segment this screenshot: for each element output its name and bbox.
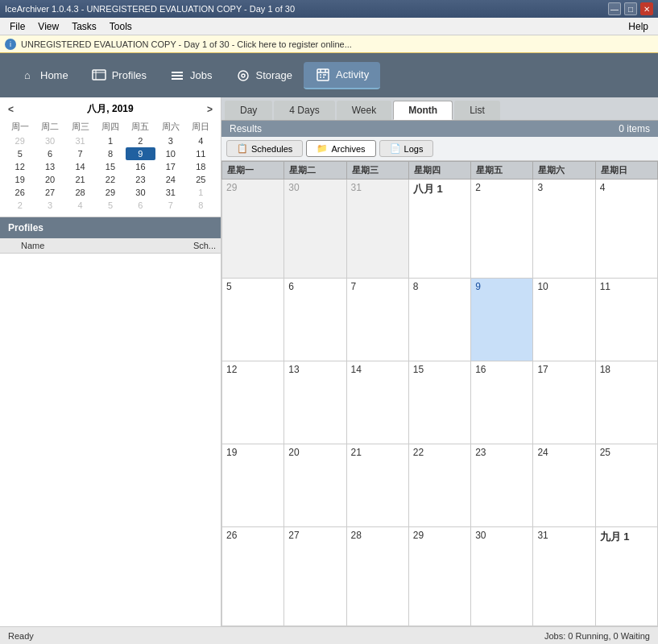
mini-cal-day[interactable]: 1 — [95, 134, 125, 147]
mini-cal-day[interactable]: 31 — [155, 186, 185, 199]
mini-cal-day[interactable]: 30 — [35, 134, 64, 147]
mini-cal-day[interactable]: 14 — [65, 160, 95, 173]
mini-cal-day[interactable]: 21 — [65, 173, 95, 186]
main-cal-day-cell[interactable]: 九月 1 — [595, 527, 657, 626]
main-cal-day-cell[interactable]: 4 — [595, 180, 657, 279]
subtab-schedules[interactable]: 📋 Schedules — [226, 140, 303, 157]
mini-cal-day[interactable]: 3 — [155, 134, 185, 147]
tab-month[interactable]: Month — [393, 101, 453, 120]
main-cal-day-cell[interactable]: 13 — [284, 361, 346, 444]
mini-cal-day[interactable]: 2 — [126, 134, 155, 147]
main-cal-day-cell[interactable]: 11 — [595, 278, 657, 361]
mini-cal-day[interactable]: 18 — [186, 160, 216, 173]
main-cal-day-cell[interactable]: 19 — [222, 444, 284, 527]
mini-cal-day[interactable]: 17 — [155, 160, 185, 173]
main-cal-day-cell[interactable]: 27 — [284, 527, 346, 626]
main-cal-day-cell[interactable]: 20 — [284, 444, 346, 527]
mini-cal-prev[interactable]: < — [5, 104, 17, 115]
mini-cal-day[interactable]: 22 — [95, 173, 125, 186]
mini-cal-day[interactable]: 27 — [35, 186, 64, 199]
main-cal-day-cell[interactable]: 26 — [222, 527, 284, 626]
mini-cal-day[interactable]: 4 — [65, 199, 95, 212]
help-button[interactable]: Help — [622, 19, 655, 34]
mini-cal-day[interactable]: 16 — [126, 160, 155, 173]
maximize-button[interactable]: □ — [624, 2, 637, 15]
mini-cal-day[interactable]: 29 — [95, 186, 125, 199]
menu-tools[interactable]: Tools — [103, 19, 139, 34]
nav-jobs[interactable]: Jobs — [158, 63, 223, 89]
mini-cal-day[interactable]: 7 — [155, 199, 185, 212]
main-cal-day-cell[interactable]: 18 — [595, 361, 657, 444]
main-cal-day-cell[interactable]: 八月 1 — [408, 180, 470, 279]
main-cal-day-cell[interactable]: 30 — [284, 180, 346, 279]
nav-home[interactable]: ⌂ Home — [8, 63, 80, 89]
main-cal-day-cell[interactable]: 17 — [533, 361, 595, 444]
main-cal-day-cell[interactable]: 16 — [471, 361, 533, 444]
main-cal-day-cell[interactable]: 30 — [471, 527, 533, 626]
menu-tasks[interactable]: Tasks — [65, 19, 103, 34]
main-cal-day-cell[interactable]: 29 — [408, 527, 470, 626]
mini-cal-day[interactable]: 11 — [186, 147, 216, 160]
mini-cal-day[interactable]: 5 — [5, 147, 35, 160]
main-cal-day-cell[interactable]: 2 — [471, 180, 533, 279]
main-cal-day-cell[interactable]: 14 — [346, 361, 408, 444]
menu-view[interactable]: View — [31, 19, 65, 34]
mini-cal-day[interactable]: 2 — [5, 199, 35, 212]
nav-storage[interactable]: Storage — [224, 63, 304, 89]
main-cal-day-cell[interactable]: 12 — [222, 361, 284, 444]
nav-profiles[interactable]: Profiles — [80, 63, 158, 89]
main-cal-day-cell[interactable]: 10 — [533, 278, 595, 361]
main-cal-day-cell[interactable]: 21 — [346, 444, 408, 527]
mini-cal-day[interactable]: 6 — [126, 199, 155, 212]
menu-file[interactable]: File — [3, 19, 31, 34]
mini-cal-day[interactable]: 26 — [5, 186, 35, 199]
mini-cal-day[interactable]: 6 — [35, 147, 64, 160]
main-cal-day-cell[interactable]: 15 — [408, 361, 470, 444]
mini-cal-day[interactable]: 31 — [65, 134, 95, 147]
mini-cal-day[interactable]: 29 — [5, 134, 35, 147]
mini-cal-day[interactable]: 1 — [186, 186, 216, 199]
minimize-button[interactable]: — — [608, 2, 621, 15]
tab-list[interactable]: List — [454, 101, 500, 120]
tab-week[interactable]: Week — [337, 101, 391, 120]
main-cal-day-cell[interactable]: 3 — [533, 180, 595, 279]
mini-cal-day[interactable]: 10 — [155, 147, 185, 160]
mini-cal-day[interactable]: 12 — [5, 160, 35, 173]
main-cal-day-cell[interactable]: 7 — [346, 278, 408, 361]
main-cal-day-cell[interactable]: 23 — [471, 444, 533, 527]
main-cal-day-cell[interactable]: 24 — [533, 444, 595, 527]
mini-cal-day[interactable]: 4 — [186, 134, 216, 147]
mini-cal-next[interactable]: > — [204, 104, 216, 115]
mini-cal-day[interactable]: 28 — [65, 186, 95, 199]
main-cal-day-cell[interactable]: 28 — [346, 527, 408, 626]
main-cal-day-cell[interactable]: 25 — [595, 444, 657, 527]
main-cal-day-cell[interactable]: 8 — [408, 278, 470, 361]
mini-cal-day[interactable]: 13 — [35, 160, 64, 173]
mini-cal-day[interactable]: 24 — [155, 173, 185, 186]
tab-day[interactable]: Day — [225, 101, 272, 120]
main-cal-day-cell[interactable]: 31 — [533, 527, 595, 626]
mini-cal-day[interactable]: 20 — [35, 173, 64, 186]
mini-cal-day[interactable]: 7 — [65, 147, 95, 160]
main-cal-day-cell[interactable]: 22 — [408, 444, 470, 527]
main-cal-day-cell[interactable]: 9 — [471, 278, 533, 361]
mini-cal-day[interactable]: 25 — [186, 173, 216, 186]
subtab-archives[interactable]: 📁 Archives — [306, 140, 375, 157]
mini-cal-day[interactable]: 5 — [95, 199, 125, 212]
mini-cal-day[interactable]: 30 — [126, 186, 155, 199]
mini-cal-day[interactable]: 3 — [35, 199, 64, 212]
main-cal-day-cell[interactable]: 31 — [346, 180, 408, 279]
mini-cal-day[interactable]: 19 — [5, 173, 35, 186]
mini-cal-day[interactable]: 9 — [126, 147, 155, 160]
close-button[interactable]: ✕ — [640, 2, 653, 15]
tab-4days[interactable]: 4 Days — [274, 101, 334, 120]
mini-cal-day[interactable]: 8 — [186, 199, 216, 212]
main-cal-day-cell[interactable]: 6 — [284, 278, 346, 361]
mini-cal-day[interactable]: 23 — [126, 173, 155, 186]
subtab-logs[interactable]: 📄 Logs — [379, 140, 434, 157]
main-cal-day-cell[interactable]: 29 — [222, 180, 284, 279]
mini-cal-day[interactable]: 15 — [95, 160, 125, 173]
main-cal-day-cell[interactable]: 5 — [222, 278, 284, 361]
info-bar[interactable]: i UNREGISTERED EVALUATION COPY - Day 1 o… — [0, 35, 658, 53]
nav-activity[interactable]: Activity — [304, 62, 380, 89]
